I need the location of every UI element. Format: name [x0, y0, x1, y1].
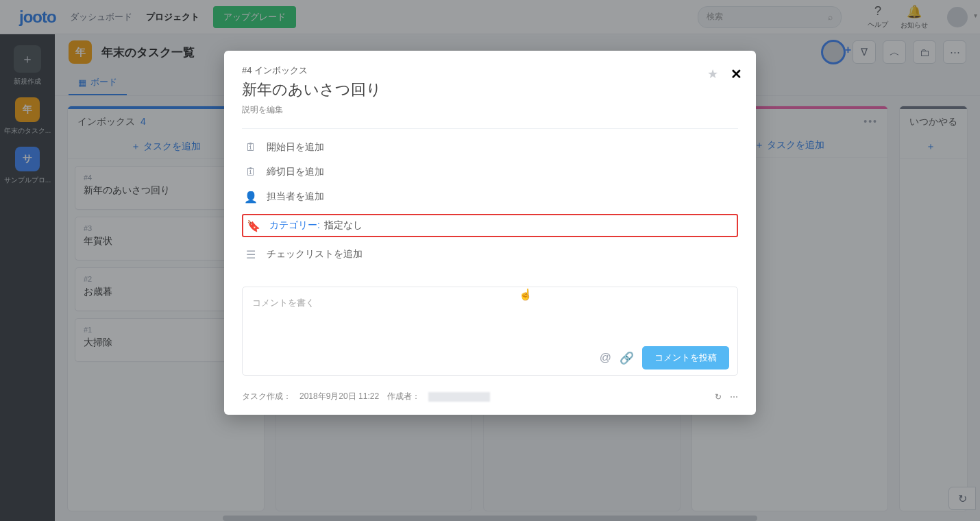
task-modal: ★ ✕ #4 インボックス 新年のあいさつ回り 説明を編集 🗓 開始日を追加 🗓… — [224, 51, 756, 415]
attachment-icon[interactable]: 🔗 — [620, 351, 634, 365]
bookmark-icon: 🔖 — [247, 219, 260, 232]
comment-input[interactable]: コメントを書く — [243, 287, 737, 341]
add-due-date[interactable]: 🗓 締切日を追加 — [242, 165, 738, 180]
star-icon[interactable]: ★ — [707, 66, 718, 82]
calendar-icon: 🗓 — [245, 166, 257, 178]
mention-icon[interactable]: @ — [600, 351, 611, 365]
category-label: カテゴリー: — [269, 219, 320, 232]
modal-title[interactable]: 新年のあいさつ回り — [242, 80, 738, 100]
add-checklist-label: チェックリストを追加 — [267, 248, 363, 260]
add-due-date-label: 締切日を追加 — [267, 166, 324, 178]
category-value: 指定なし — [324, 219, 363, 232]
modal-overlay[interactable]: ★ ✕ #4 インボックス 新年のあいさつ回り 説明を編集 🗓 開始日を追加 🗓… — [0, 0, 980, 521]
created-label: タスク作成： — [242, 391, 291, 402]
add-start-date[interactable]: 🗓 開始日を追加 — [242, 140, 738, 155]
created-value: 2018年9月20日 11:22 — [299, 391, 379, 402]
author-redacted — [428, 392, 490, 402]
category-row[interactable]: 🔖 カテゴリー: 指定なし — [242, 214, 738, 237]
author-label: 作成者： — [387, 391, 420, 402]
more-icon[interactable]: ⋯ — [730, 392, 738, 402]
add-start-date-label: 開始日を追加 — [267, 141, 324, 154]
post-comment-button[interactable]: コメントを投稿 — [642, 346, 729, 369]
close-icon[interactable]: ✕ — [731, 66, 742, 82]
add-assignee[interactable]: 👤 担当者を追加 — [242, 189, 738, 204]
checklist-icon: ☰ — [245, 248, 257, 260]
user-icon: 👤 — [245, 191, 257, 203]
cursor-icon: ☝️ — [519, 288, 532, 301]
edit-description[interactable]: 説明を編集 — [242, 104, 738, 129]
add-assignee-label: 担当者を追加 — [267, 191, 324, 203]
breadcrumb: #4 インボックス — [242, 64, 738, 77]
add-checklist[interactable]: ☰ チェックリストを追加 — [242, 247, 738, 262]
calendar-icon: 🗓 — [245, 141, 257, 154]
history-icon[interactable]: ↻ — [715, 392, 722, 402]
